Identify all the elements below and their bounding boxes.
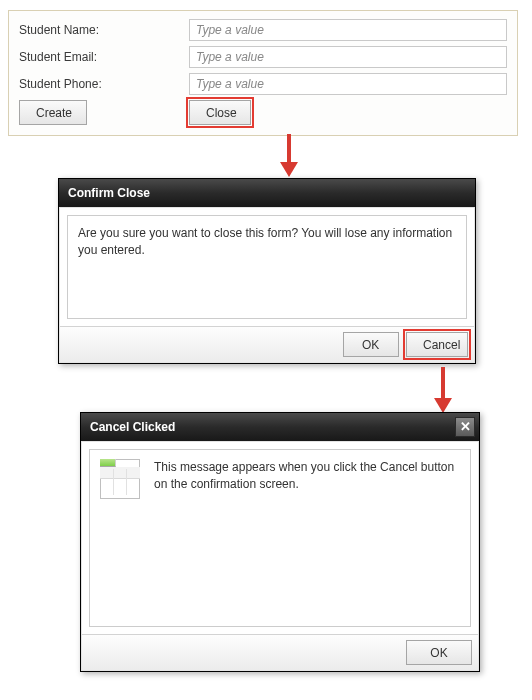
input-student-email[interactable] [189, 46, 507, 68]
result-footer: OK [82, 634, 478, 670]
confirm-ok-button[interactable]: OK [343, 332, 399, 357]
label-student-email: Student Email: [19, 50, 189, 64]
row-student-phone: Student Phone: [19, 73, 507, 95]
row-student-name: Student Name: [19, 19, 507, 41]
student-form: Student Name: Student Email: Student Pho… [8, 10, 518, 136]
close-button[interactable]: Close [189, 100, 251, 125]
result-title: Cancel Clicked ✕ [81, 413, 479, 441]
confirm-footer: OK Cancel [60, 326, 474, 362]
result-dialog: Cancel Clicked ✕ This message appears wh… [80, 412, 480, 672]
result-title-text: Cancel Clicked [90, 420, 175, 434]
confirm-dialog: Confirm Close Are you sure you want to c… [58, 178, 476, 364]
input-student-phone[interactable] [189, 73, 507, 95]
info-window-icon [100, 459, 140, 499]
close-icon[interactable]: ✕ [455, 417, 475, 437]
label-student-name: Student Name: [19, 23, 189, 37]
confirm-message: Are you sure you want to close this form… [67, 215, 467, 319]
result-ok-button[interactable]: OK [406, 640, 472, 665]
label-student-phone: Student Phone: [19, 77, 189, 91]
input-student-name[interactable] [189, 19, 507, 41]
confirm-cancel-button[interactable]: Cancel [406, 332, 468, 357]
confirm-title: Confirm Close [59, 179, 475, 207]
result-message: This message appears when you click the … [154, 459, 460, 494]
row-student-email: Student Email: [19, 46, 507, 68]
create-button[interactable]: Create [19, 100, 87, 125]
